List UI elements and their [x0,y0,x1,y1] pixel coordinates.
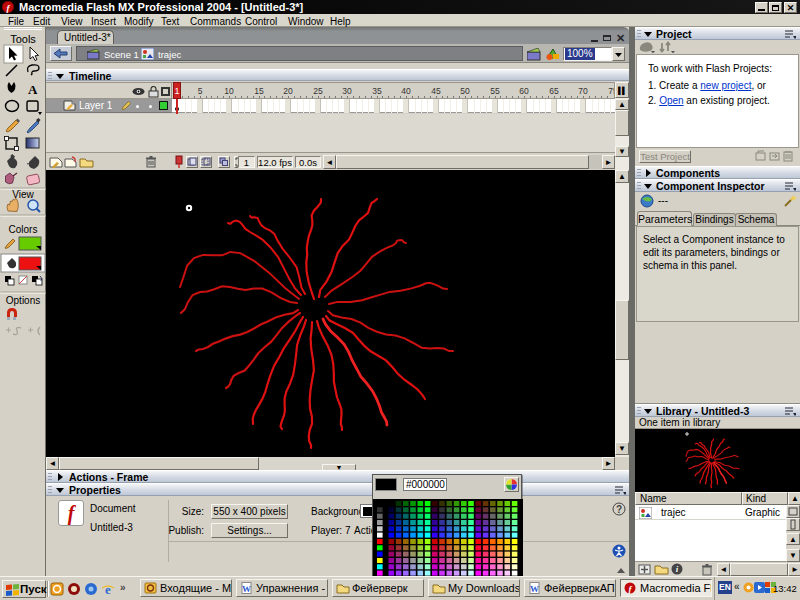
svg-text:e: e [105,582,111,596]
svg-text:?: ? [616,504,622,515]
svg-text:Colors: Colors [9,224,38,235]
svg-text:A: A [28,82,38,97]
svg-text:W: W [242,584,251,594]
svg-text:W: W [530,584,539,594]
svg-text:Options: Options [6,295,40,306]
svg-text:f: f [68,502,77,525]
